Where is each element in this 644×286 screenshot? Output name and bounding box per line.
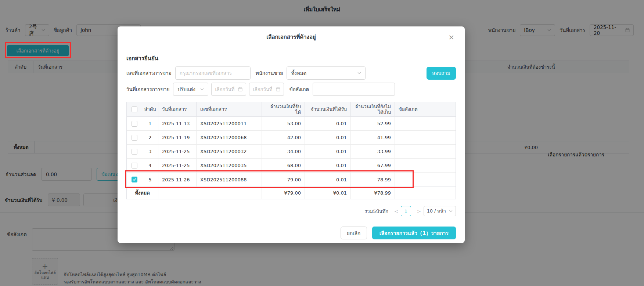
row-checkbox[interactable] [132,149,137,155]
confirm-selection-button[interactable]: เลือกรายการแล้ว（1）รายการ [372,227,456,239]
row-checkbox[interactable] [132,121,137,127]
chevron-down-icon [449,210,453,212]
select-pending-docs-modal: เลือกเอกสารที่ค้างอยู่ × เอกสารยืนยัน เล… [118,26,465,243]
page-size-select[interactable]: 10 / หน้า [424,206,456,216]
header-received: จำนวนเงินที่ได้รับ [305,102,351,116]
modal-table-body: 12025-11-13XSD20251120001153.000.0152.99… [127,117,456,187]
total-received: ¥0.01 [305,187,351,199]
table-row: 12025-11-13XSD20251120001153.000.0152.99 [127,117,456,131]
cell-doc-no: XSD202511200035 [197,159,262,172]
filter-salesperson-label: พนักงานขาย [256,69,283,77]
page-number-button[interactable]: 1 [401,206,411,216]
filter-remark-label: ข้อสังเกต [289,85,309,93]
filter-date-label: วันที่เอกสารการขาย [126,85,169,93]
filter-salesperson-select[interactable]: ทั้งหมด [287,66,366,80]
cell-seq: 5 [142,173,158,187]
cell-remark [395,145,456,158]
cell-doc-date: 2025-11-26 [158,173,197,187]
query-button[interactable]: สอบถาม [427,67,456,80]
cell-doc-no: XSD202511200032 [197,145,262,158]
cell-received: 0.01 [305,159,351,172]
header-remark: ข้อสังเกต [395,102,456,116]
table-row: 42025-11-25XSD20251120003568.000.0167.99 [127,159,456,173]
total-uncollected: ¥78.99 [351,187,395,199]
cell-remark [395,131,456,144]
cell-receivable: 53.00 [262,117,305,130]
modal-body: เอกสารยืนยัน เลขที่เอกสารการขาย พนักงานข… [118,48,465,216]
modal-title: เลือกเอกสารที่ค้างอยู่ [266,33,316,41]
app-window: เพิ่มใบเสร็จใหม่ ร้านค้า 2号店 ชื่อลูกค้า … [0,0,644,286]
cell-seq: 3 [142,145,158,158]
doc-no-label: เลขที่เอกสารการขาย [126,69,172,77]
cell-uncollected: 67.99 [351,159,395,172]
cell-received: 0.01 [305,131,351,144]
table-row: 52025-11-26XSD20251120008879.000.0178.99 [127,173,456,187]
cell-doc-no: XSD202511200088 [197,173,262,187]
close-icon[interactable]: × [446,33,457,41]
cell-received: 0.01 [305,117,351,130]
modal-total-label: ทั้งหมด [127,187,158,199]
cell-doc-date: 2025-11-25 [158,159,197,172]
table-row: 22025-11-19XSD20251120006842.000.0141.99 [127,131,456,145]
date-from-input[interactable]: เลือกวันที่ [211,83,246,96]
calendar-icon [238,87,242,91]
section-title: เอกสารยืนยัน [126,54,456,62]
chevron-down-icon [357,72,361,74]
cell-receivable: 79.00 [262,173,305,187]
cell-doc-date: 2025-11-25 [158,145,197,158]
next-page-icon[interactable]: > [415,208,420,214]
filter-row-2: วันที่เอกสารการขาย ปรับแต่ง เลือกวันที่ … [126,83,456,96]
cell-remark [395,173,456,187]
cell-receivable: 68.00 [262,159,305,172]
prev-page-icon[interactable]: < [392,208,397,214]
cell-doc-no: XSD202511200068 [197,131,262,144]
pagination: รวม5บันทึก < 1 > 10 / หน้า [126,206,456,216]
cell-uncollected: 52.99 [351,117,395,130]
row-checkbox[interactable] [132,135,137,141]
cell-doc-date: 2025-11-13 [158,117,197,130]
filter-row-1: เลขที่เอกสารการขาย พนักงานขาย ทั้งหมด สอ… [126,66,456,80]
cell-uncollected: 33.99 [351,145,395,158]
cell-seq: 1 [142,117,158,130]
pending-table-total-row: ทั้งหมด ¥79.00 ¥0.01 ¥78.99 [127,187,456,199]
header-uncollected: จำนวนเงินที่ยังไม่ได้เก็บ [351,102,395,116]
pending-table-header: ลำดับ วันที่เอกสาร เลขที่เอกสาร จำนวนเงิ… [127,102,456,117]
cell-received: 0.01 [305,145,351,158]
cell-remark [395,117,456,130]
cell-doc-no: XSD202511200011 [197,117,262,130]
header-doc-date: วันที่เอกสาร [158,102,197,116]
filter-remark-input[interactable] [313,83,395,96]
row-checkbox[interactable] [132,177,137,182]
doc-no-input[interactable] [175,66,251,80]
row-checkbox[interactable] [132,163,137,169]
chevron-down-icon [200,88,204,90]
header-seq: ลำดับ [142,102,158,116]
date-mode-select[interactable]: ปรับแต่ง [173,83,208,96]
total-receivable: ¥79.00 [262,187,305,199]
header-receivable: จำนวนเงินที่รับได้ [262,102,305,116]
cell-receivable: 42.00 [262,131,305,144]
select-all-checkbox[interactable] [132,106,137,112]
header-doc-no: เลขที่เอกสาร [197,102,262,116]
cell-received: 0.01 [305,173,351,187]
pagination-total-text: รวม5บันทึก [364,207,388,215]
calendar-icon [276,87,280,91]
date-to-input[interactable]: เลือกวันที่ [249,83,284,96]
cell-doc-date: 2025-11-19 [158,131,197,144]
cell-seq: 2 [142,131,158,144]
cell-remark [395,159,456,172]
cell-uncollected: 41.99 [351,131,395,144]
pending-docs-table: ลำดับ วันที่เอกสาร เลขที่เอกสาร จำนวนเงิ… [126,102,456,199]
modal-footer: ยกเลิก เลือกรายการแล้ว（1）รายการ [341,227,456,239]
modal-header: เลือกเอกสารที่ค้างอยู่ × [118,26,465,48]
cell-uncollected: 78.99 [351,173,395,187]
cell-seq: 4 [142,159,158,172]
cell-receivable: 34.00 [262,145,305,158]
table-row: 32025-11-25XSD20251120003234.000.0133.99 [127,145,456,159]
cancel-button[interactable]: ยกเลิก [341,227,367,239]
